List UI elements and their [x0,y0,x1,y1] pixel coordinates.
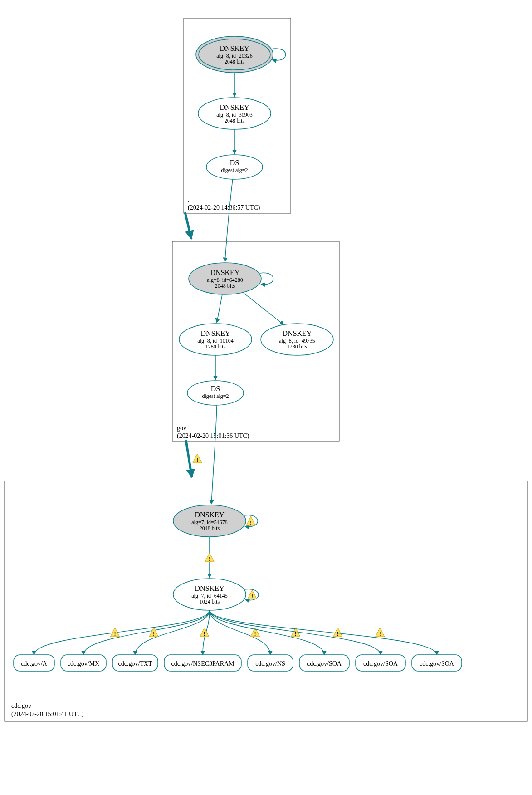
zone-root-ts: (2024-02-20 14:36:57 UTC) [188,204,260,211]
rr-label: cdc.gov/MX [68,660,99,667]
svg-text:alg=7, id=54678: alg=7, id=54678 [191,519,228,525]
svg-text:!: ! [254,631,256,637]
svg-text:1024 bits: 1024 bits [200,599,220,605]
warning-icon: ! [200,628,209,637]
edge-rootds-govksk [225,179,233,262]
svg-text:2048 bits: 2048 bits [215,283,235,289]
svg-text:DNSKEY: DNSKEY [283,329,312,337]
rr-label: cdc.gov/NS [255,660,285,667]
node-root-ksk[interactable]: DNSKEY alg=8, id=20326 2048 bits [196,36,273,73]
edge-cdczsk-rr [210,610,437,655]
svg-text:DNSKEY: DNSKEY [210,269,240,276]
node-gov-ds[interactable]: DS digest alg=2 [187,381,244,405]
warning-icon: ! [376,628,385,637]
zone-gov-name: gov [177,425,186,432]
svg-text:alg=7, id=64145: alg=7, id=64145 [191,593,228,599]
warning-icon: ! [246,516,255,525]
edge-root-ksk-self [271,49,286,60]
node-root-ds[interactable]: DS digest alg=2 [206,155,263,179]
svg-text:DNSKEY: DNSKEY [195,511,225,519]
svg-text:2048 bits: 2048 bits [225,59,245,65]
svg-text:DNSKEY: DNSKEY [195,584,225,592]
rr-label: cdc.gov/TXT [118,660,152,667]
svg-text:!: ! [337,631,339,637]
svg-text:DS: DS [230,159,239,167]
svg-text:1280 bits: 1280 bits [287,344,307,350]
node-gov-zsk[interactable]: DNSKEY alg=8, id=10104 1280 bits [179,324,252,355]
svg-text:!: ! [251,594,253,599]
svg-text:digest alg=2: digest alg=2 [202,393,229,399]
svg-text:digest alg=2: digest alg=2 [221,167,248,173]
svg-text:!: ! [114,631,116,637]
svg-text:alg=8, id=30903: alg=8, id=30903 [216,112,253,118]
warning-icon: ! [248,590,257,599]
svg-text:DNSKEY: DNSKEY [201,329,230,337]
svg-text:alg=8, id=64280: alg=8, id=64280 [207,277,243,283]
zone-root-name: . [188,196,190,203]
warning-icon: ! [193,454,202,463]
edge-cdczsk-rr [34,610,210,655]
svg-text:!: ! [379,631,381,637]
svg-text:DNSKEY: DNSKEY [220,44,249,52]
svg-text:!: ! [196,457,198,463]
edge-cdczsk-rr [210,610,324,655]
edge-cdczsk-rr [135,610,210,655]
rr-label: cdc.gov/NSEC3PARAM [171,660,234,667]
edge-govds-cdcksk [211,405,217,504]
warning-icon: ! [149,628,158,637]
zone-cdc-ts: (2024-02-20 15:01:41 UTC) [11,711,84,718]
edge-govksk-govzsk [217,294,222,323]
svg-text:1280 bits: 1280 bits [205,344,226,350]
svg-text:!: ! [250,520,252,525]
rr-label: cdc.gov/SOA [307,660,342,667]
svg-text:DNSKEY: DNSKEY [220,103,249,111]
svg-text:!: ! [204,631,205,637]
rr-label: cdc.gov/SOA [420,660,454,667]
svg-rect-30 [5,481,527,721]
node-cdc-zsk[interactable]: DNSKEY alg=7, id=64145 1024 bits [173,579,246,610]
svg-text:DS: DS [211,385,220,393]
node-cdc-ksk[interactable]: DNSKEY alg=7, id=54678 2048 bits [173,505,246,537]
svg-text:2048 bits: 2048 bits [225,118,245,124]
warning-icon: ! [205,553,214,562]
svg-text:!: ! [153,631,155,637]
edge-cdczsk-rr [83,610,210,655]
edge-gov-ksk-self [260,273,273,284]
svg-text:alg=8, id=10104: alg=8, id=10104 [197,338,234,344]
node-root-zsk[interactable]: DNSKEY alg=8, id=30903 2048 bits [198,98,271,129]
svg-text:!: ! [209,556,210,562]
svg-text:alg=8, id=20326: alg=8, id=20326 [216,53,253,59]
svg-text:2048 bits: 2048 bits [200,525,220,531]
zone-gov-ts: (2024-02-20 15:01:36 UTC) [177,432,249,440]
edge-govksk-govzsk2 [243,292,284,325]
zone-cdc-name: cdc.gov [11,702,31,709]
svg-text:alg=8, id=49735: alg=8, id=49735 [279,338,315,344]
edge-deleg-root-gov [185,212,191,239]
zone-cdc: cdc.gov (2024-02-20 15:01:41 UTC) [5,481,527,721]
warning-icon: ! [333,628,342,637]
node-gov-zsk2[interactable]: DNSKEY alg=8, id=49735 1280 bits [261,324,333,355]
edge-deleg-gov-cdc [186,440,192,477]
rr-label: cdc.gov/SOA [363,660,398,667]
rr-label: cdc.gov/A [21,660,48,667]
node-gov-ksk[interactable]: DNSKEY alg=8, id=64280 2048 bits [189,263,261,294]
